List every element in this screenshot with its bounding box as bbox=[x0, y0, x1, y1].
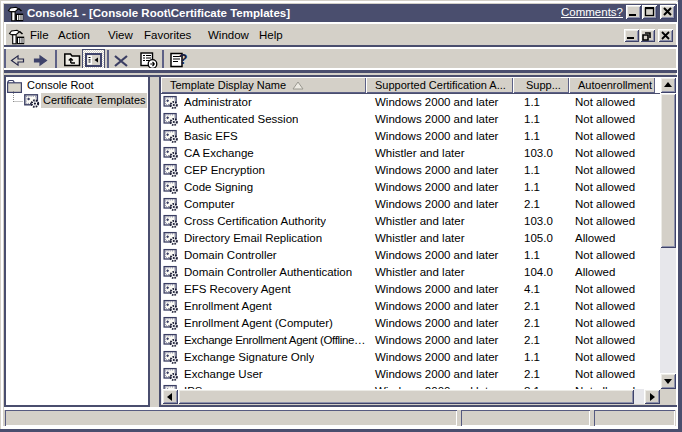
svg-text:?: ? bbox=[178, 51, 187, 67]
